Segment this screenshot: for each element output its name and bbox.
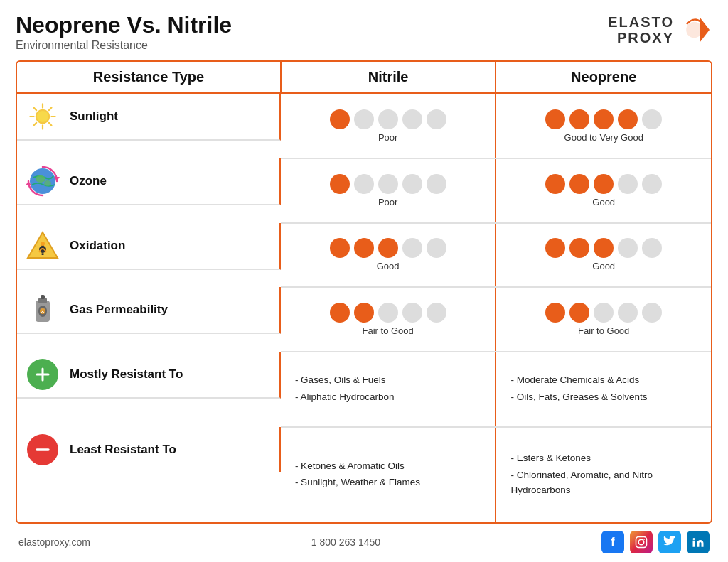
resistance-cell: Sunlight xyxy=(26,99,118,134)
resistance-cell: ! Oxidation xyxy=(26,229,125,263)
resistance-label: Sunlight xyxy=(70,109,118,124)
neoprene-cell: Good to Very Good xyxy=(496,93,711,158)
resistance-cell: Least Resistant To xyxy=(26,433,176,467)
sunlight-icon xyxy=(26,99,60,134)
list-item: - Gases, Oils & Fuels xyxy=(295,372,481,388)
gas-icon xyxy=(26,293,60,327)
resistance-label: Least Resistant To xyxy=(70,443,176,457)
table-row: Least Resistant To - Ketones & Aromatic … xyxy=(17,427,711,522)
logo: ELASTO PROXY xyxy=(608,13,712,47)
resistance-cell: Ozone xyxy=(26,164,107,198)
table-row: Sunlight Poor Good to Very Good xyxy=(17,93,711,158)
nitrile-cell: Poor xyxy=(281,93,496,158)
nitrile-list-cell: - Ketones & Aromatic Oils- Sunlight, Wea… xyxy=(281,427,496,522)
main-title: Neoprene Vs. Nitrile xyxy=(16,13,232,38)
svg-rect-25 xyxy=(41,295,45,299)
list-item: - Oils, Fats, Greases & Solvents xyxy=(510,389,697,405)
nitrile-cell: Poor xyxy=(281,158,496,223)
col-resistance-type: Resistance Type xyxy=(17,62,281,93)
nitrile-list: - Ketones & Aromatic Oils- Sunlight, Wea… xyxy=(288,454,488,496)
neoprene-list: - Moderate Chemicals & Acids- Oils, Fats… xyxy=(503,368,704,410)
list-item: - Ketones & Aromatic Oils xyxy=(295,458,481,474)
nitrile-list-cell: - Gases, Oils & Fuels- Aliphatic Hydroca… xyxy=(281,352,496,427)
list-item: - Moderate Chemicals & Acids xyxy=(510,372,697,388)
resistance-label: Oxidation xyxy=(70,239,125,253)
footer-social-icons: f xyxy=(601,531,710,553)
neoprene-rating: Fair to Good xyxy=(503,325,704,336)
list-item: - Aliphatic Hydrocarbon xyxy=(295,389,481,405)
col-nitrile: Nitrile xyxy=(281,62,496,93)
list-item: - Chlorinated, Aromatic, and Nitro Hydro… xyxy=(510,468,697,498)
svg-line-7 xyxy=(34,123,37,126)
neoprene-cell: Fair to Good xyxy=(496,287,711,352)
linkedin-icon[interactable] xyxy=(687,531,710,553)
list-item: - Esters & Ketones xyxy=(510,450,697,466)
svg-point-29 xyxy=(638,539,644,545)
resistance-label: Ozone xyxy=(70,174,107,188)
neoprene-rating: Good to Very Good xyxy=(503,132,704,143)
svg-line-9 xyxy=(34,108,37,111)
comparison-table: Resistance Type Nitrile Neoprene Sunligh… xyxy=(16,60,712,524)
svg-point-22 xyxy=(41,242,45,246)
svg-point-30 xyxy=(643,539,645,540)
svg-marker-18 xyxy=(26,181,31,185)
neoprene-list-cell: - Esters & Ketones- Chlorinated, Aromati… xyxy=(496,427,711,522)
table-row: Gas Permeability Fair to Good Fair to Go… xyxy=(17,287,711,352)
nitrile-cell: Fair to Good xyxy=(281,287,496,352)
neoprene-cell: Good xyxy=(496,158,711,223)
svg-line-11 xyxy=(49,108,52,111)
svg-point-1 xyxy=(686,22,702,38)
footer: elastoproxy.com 1 800 263 1450 f xyxy=(16,531,712,553)
table-header-row: Resistance Type Nitrile Neoprene xyxy=(17,62,711,93)
header-left: Neoprene Vs. Nitrile Environmental Resis… xyxy=(16,13,232,52)
instagram-icon[interactable] xyxy=(630,531,653,553)
svg-point-3 xyxy=(37,111,48,122)
nitrile-rating: Poor xyxy=(288,197,488,207)
oxidation-icon: ! xyxy=(26,229,60,263)
svg-marker-17 xyxy=(54,177,60,181)
resistance-cell: Mostly Resistant To xyxy=(26,357,183,391)
plus-icon xyxy=(26,357,60,391)
table-row: Ozone Poor Good xyxy=(17,158,711,223)
ozone-icon xyxy=(26,164,60,198)
neoprene-rating: Good xyxy=(503,261,704,271)
resistance-label: Mostly Resistant To xyxy=(70,367,183,382)
footer-phone: 1 800 263 1450 xyxy=(311,536,380,548)
page: Neoprene Vs. Nitrile Environmental Resis… xyxy=(0,0,728,562)
nitrile-rating: Poor xyxy=(288,132,488,143)
minus-icon xyxy=(26,433,60,467)
neoprene-rating: Good xyxy=(503,197,704,207)
neoprene-cell: Good xyxy=(496,223,711,288)
svg-line-5 xyxy=(49,123,52,126)
header: Neoprene Vs. Nitrile Environmental Resis… xyxy=(16,13,712,52)
col-neoprene: Neoprene xyxy=(496,62,711,93)
nitrile-cell: Good xyxy=(281,223,496,288)
neoprene-list: - Esters & Ketones- Chlorinated, Aromati… xyxy=(503,446,704,504)
sub-title: Environmental Resistance xyxy=(16,39,232,52)
nitrile-rating: Fair to Good xyxy=(288,325,488,336)
facebook-icon[interactable]: f xyxy=(601,531,624,553)
resistance-label: Gas Permeability xyxy=(70,303,168,317)
list-item: - Sunlight, Weather & Flames xyxy=(295,475,481,490)
footer-website: elastoproxy.com xyxy=(18,536,90,548)
nitrile-rating: Good xyxy=(288,261,488,271)
elasto-proxy-logo-icon xyxy=(678,13,712,47)
resistance-cell: Gas Permeability xyxy=(26,293,168,327)
svg-rect-28 xyxy=(636,537,646,548)
nitrile-list: - Gases, Oils & Fuels- Aliphatic Hydroca… xyxy=(288,368,488,410)
neoprene-list-cell: - Moderate Chemicals & Acids- Oils, Fats… xyxy=(496,352,711,427)
twitter-icon[interactable] xyxy=(658,531,681,553)
logo-text: ELASTO PROXY xyxy=(608,14,674,45)
table-row: ! Oxidation Good Good xyxy=(17,223,711,288)
table-row: Mostly Resistant To - Gases, Oils & Fuel… xyxy=(17,352,711,427)
